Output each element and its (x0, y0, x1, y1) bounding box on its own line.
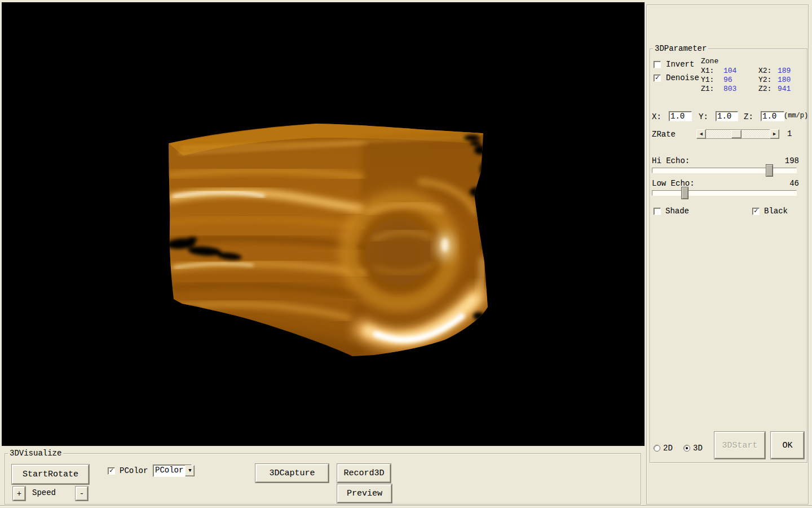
zrate-value: 1 (787, 129, 792, 138)
shade-label: Shade (665, 207, 689, 216)
zrate-left-arrow-icon[interactable]: ◄ (696, 129, 706, 139)
pcolor-dropdown[interactable]: PColor ▼ (153, 465, 192, 477)
invert-label: Invert (666, 60, 694, 69)
zrate-track[interactable] (706, 129, 770, 139)
visualize-group-title: 3DVisualize (8, 449, 63, 458)
x-scale-label: X: (652, 112, 661, 121)
low-echo-slider[interactable] (652, 190, 797, 196)
zone-z1-label: Z1: (701, 85, 723, 94)
zone-x1-value: 104 (723, 67, 758, 76)
start-rotate-button[interactable]: StartRotate (12, 465, 89, 484)
z-scale-label: Z: (744, 112, 753, 121)
z-scale-input[interactable] (761, 111, 784, 121)
mode-3d-radio[interactable] (683, 445, 690, 452)
hi-echo-thumb[interactable] (766, 164, 773, 177)
zrate-scrollbar: ◄ ► (696, 129, 779, 139)
denoise-checkbox[interactable] (654, 75, 661, 82)
ultrasound-volume-render (2, 2, 645, 446)
black-label: Black (764, 207, 788, 216)
speed-plus-button[interactable]: + (13, 487, 25, 501)
ok-button[interactable]: OK (771, 432, 804, 459)
zone-x2-label: X2: (758, 67, 778, 76)
y-scale-label: Y: (699, 112, 708, 121)
low-echo-value: 46 (740, 179, 799, 188)
y-scale-input[interactable] (716, 111, 738, 121)
param-groupbox: 3DParameter Invert Denoise Zone X1: 104 … (650, 49, 807, 463)
chevron-down-icon[interactable]: ▼ (185, 465, 195, 476)
pcolor-checkbox[interactable] (108, 467, 115, 475)
speed-label: Speed (32, 488, 56, 497)
denoise-label: Denoise (666, 73, 699, 82)
zone-grid: X1: 104 X2: 189 Y1: 96 Y2: 180 Z1: 803 Z… (701, 67, 806, 94)
zone-z2-value: 941 (778, 85, 806, 94)
zone-y1-value: 96 (723, 76, 758, 85)
scale-unit-label: (mm/p) (784, 112, 808, 120)
mode-3d-label: 3D (693, 444, 703, 453)
low-echo-thumb[interactable] (681, 187, 689, 199)
mode-2d-radio[interactable] (654, 445, 660, 452)
black-checkbox[interactable] (752, 208, 760, 215)
param-group-title: 3DParameter (653, 44, 708, 53)
zrate-label: ZRate (652, 130, 676, 139)
hi-echo-slider[interactable] (652, 168, 797, 173)
x-scale-input[interactable] (669, 111, 692, 121)
3dcapture-button[interactable]: 3DCapture (255, 464, 329, 483)
3dstart-button[interactable]: 3DStart (714, 432, 765, 459)
zone-z2-label: Z2: (758, 85, 778, 94)
pcolor-dropdown-value: PColor (153, 465, 185, 476)
invert-checkbox[interactable] (654, 61, 661, 68)
shade-checkbox[interactable] (654, 208, 661, 215)
record3d-button[interactable]: Record3D (337, 464, 391, 483)
render-viewport[interactable] (2, 2, 645, 446)
zone-x1-label: X1: (701, 67, 723, 76)
mode-2d-label: 2D (663, 444, 673, 453)
zone-label: Zone (701, 57, 718, 65)
zone-y1-label: Y1: (701, 76, 723, 85)
zone-x2-value: 189 (778, 67, 806, 76)
zone-y2-value: 180 (778, 76, 806, 85)
window-bottom-edge (0, 505, 812, 506)
zone-y2-label: Y2: (758, 76, 778, 85)
pcolor-label: PColor (120, 466, 148, 475)
zrate-thumb[interactable] (731, 130, 742, 138)
speed-minus-button[interactable]: - (76, 487, 88, 501)
preview-button[interactable]: Preview (337, 484, 392, 503)
zone-z1-value: 803 (723, 85, 758, 94)
zrate-right-arrow-icon[interactable]: ► (770, 129, 779, 139)
hi-echo-label: Hi Echo: (652, 156, 690, 165)
visualize-groupbox: 3DVisualize StartRotate PColor PColor ▼ … (5, 453, 641, 505)
